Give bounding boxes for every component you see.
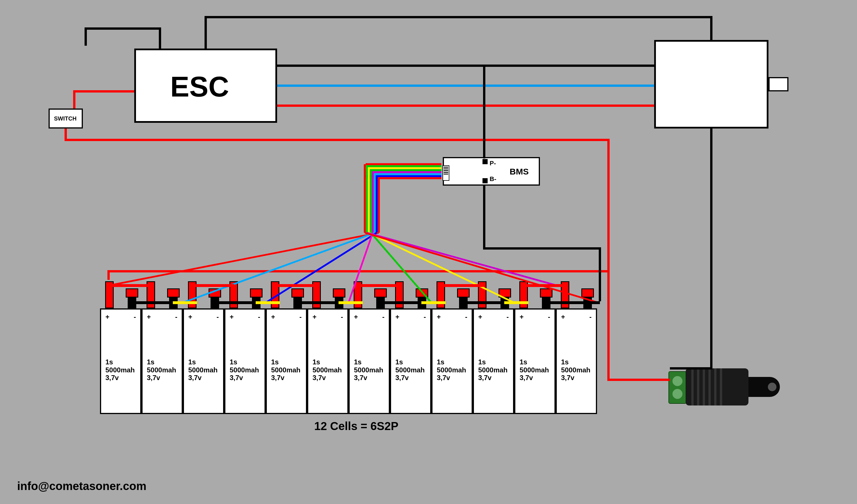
cell-plus: + [561,313,565,321]
contact-label: info@cometasoner.com [17,480,146,492]
bms-bminus: B- [490,175,496,183]
battery-cell: +-1s5000mah3,7v [349,308,390,414]
battery-cell: +-1s5000mah3,7v [307,308,349,414]
cell-plus: + [396,313,399,321]
pack-label: 12 Cells = 6S2P [314,420,399,433]
cell-terminal-negative [418,297,426,308]
cell-spec: 1s5000mah3,7v [313,358,342,382]
cell-minus: - [382,313,385,321]
cell-terminal-cap [540,289,553,298]
motor-shaft [769,77,788,91]
cell-plus: + [437,313,441,321]
svg-line-19 [108,233,379,285]
cell-minus: - [217,313,219,321]
cell-terminal-cap [581,289,594,298]
cell-terminal-cap [457,289,470,298]
cell-terminal-negative [501,297,509,308]
cell-plus: + [520,313,524,321]
cell-plus: + [478,313,482,321]
cell-terminal-cap [126,289,138,298]
cell-terminal-negative [128,297,136,308]
battery-cell: +-1s5000mah3,7v [266,308,307,414]
cell-terminal-negative [169,297,178,308]
cell-terminal-positive [312,281,321,308]
cell-spec: 1s5000mah3,7v [437,358,466,382]
cell-spec: 1s5000mah3,7v [561,358,590,382]
cell-terminal-positive [478,281,487,308]
cell-terminal-positive [354,281,362,308]
bms-pad-b [483,178,488,183]
cell-terminal-positive [271,281,280,308]
cell-minus: - [134,313,136,321]
cell-terminal-negative [376,297,385,308]
battery-cell: +-1s5000mah3,7v [556,308,597,414]
cell-terminal-positive [188,281,197,308]
battery-cell: +-1s5000mah3,7v [141,308,183,414]
cell-minus: - [548,313,550,321]
cell-terminal-positive [437,281,445,308]
battery-cell: +-1s5000mah3,7v [183,308,224,414]
cell-terminal-negative [335,297,343,308]
cell-terminal-cap [499,289,511,298]
cell-terminal-negative [459,297,468,308]
cell-minus: - [299,313,302,321]
battery-cell: +-1s5000mah3,7v [514,308,556,414]
battery-cell: +-1s5000mah3,7v [100,308,141,414]
cell-plus: + [271,313,275,321]
battery-cell: +-1s5000mah3,7v [224,308,266,414]
cell-minus: - [424,313,426,321]
cell-plus: + [354,313,358,321]
cell-spec: 1s5000mah3,7v [271,358,301,382]
cell-minus: - [589,313,592,321]
battery-cell: +-1s5000mah3,7v [390,308,431,414]
cell-terminal-negative [252,297,261,308]
cell-spec: 1s5000mah3,7v [478,358,508,382]
switch-label: SWITCH [54,115,77,122]
cell-plus: + [147,313,151,321]
cell-spec: 1s5000mah3,7v [354,358,383,382]
esc-label: ESC [170,70,229,103]
cell-spec: 1s5000mah3,7v [105,358,135,382]
cell-spec: 1s5000mah3,7v [147,358,176,382]
cell-terminal-cap [416,289,428,298]
cell-terminal-positive [561,281,569,308]
cell-plus: + [313,313,317,321]
cell-terminal-negative [542,297,551,308]
bms-connector-icon [442,165,449,181]
cell-terminal-positive [230,281,238,308]
bms-block: BMS P- B- [443,157,540,186]
cell-minus: - [506,313,509,321]
bms-label: BMS [510,167,529,176]
cell-terminal-cap [250,289,263,298]
cell-terminal-cap [333,289,346,298]
cell-terminal-positive [147,281,155,308]
cell-terminal-cap [291,289,304,298]
cell-terminal-cap [208,289,221,298]
cell-terminal-cap [374,289,387,298]
svg-line-25 [367,233,557,285]
cell-spec: 1s5000mah3,7v [396,358,425,382]
cell-plus: + [188,313,192,321]
cell-plus: + [105,313,110,321]
cell-minus: - [175,313,178,321]
battery-cell: +-1s5000mah3,7v [473,308,514,414]
cell-spec: 1s5000mah3,7v [520,358,549,382]
bms-pminus: P- [490,160,496,167]
cell-terminal-negative [211,297,219,308]
cell-terminal-negative [583,297,592,308]
cell-spec: 1s5000mah3,7v [230,358,259,382]
cell-plus: + [230,313,234,321]
switch-block: SWITCH [49,108,83,128]
bms-pad-p [483,159,488,164]
esc-block: ESC [134,49,277,123]
cell-terminal-positive [105,281,114,308]
cell-minus: - [258,313,260,321]
motor-block [654,40,769,128]
cell-minus: - [465,313,467,321]
cell-terminal-positive [519,281,528,308]
cell-spec: 1s5000mah3,7v [188,358,218,382]
cell-minus: - [341,313,343,321]
cell-terminal-positive [395,281,404,308]
cell-terminal-cap [167,289,180,298]
cell-terminal-negative [293,297,302,308]
